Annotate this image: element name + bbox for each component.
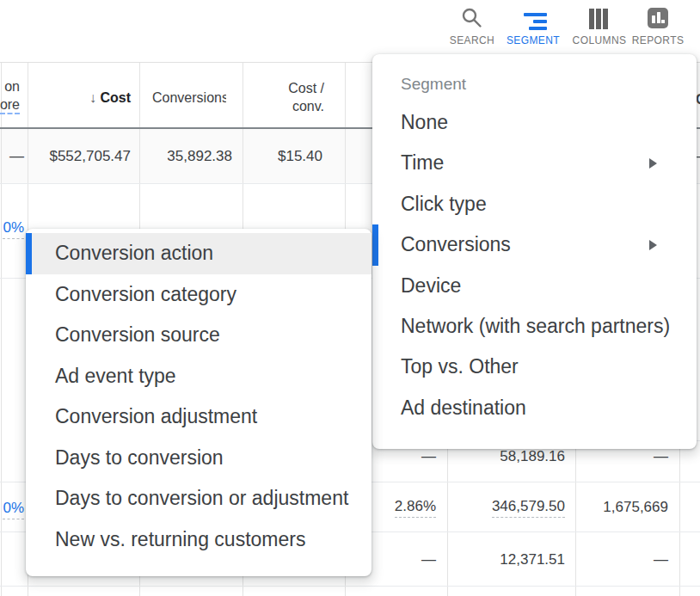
table-cell: — xyxy=(421,448,436,465)
submenu-item-ad-event-type[interactable]: Ad event type xyxy=(26,356,371,397)
optimization-score-link[interactable]: 0% xyxy=(3,219,24,237)
reports-button[interactable]: REPORTS xyxy=(628,3,688,50)
google-ads-screen: SEARCH SEGMENT COLUMNS REPORTS xyxy=(0,0,700,596)
reports-label: REPORTS xyxy=(628,34,688,46)
submenu-arrow-icon xyxy=(649,158,657,169)
submenu-item-conversion-category[interactable]: Conversion category xyxy=(26,274,371,316)
optimization-score-link[interactable]: 0% xyxy=(3,500,24,517)
table-cell: — xyxy=(654,448,668,465)
summary-cell-conversions: 35,892.38 xyxy=(167,148,232,165)
submenu-item-new-vs-returning-customers[interactable]: New vs. returning customers xyxy=(26,519,371,561)
submenu-arrow-icon xyxy=(649,240,657,250)
submenu-item-days-to-conversion-or-adjustment[interactable]: Days to conversion or adjustment xyxy=(26,478,371,519)
submenu-item-days-to-conversion[interactable]: Days to conversion xyxy=(26,438,371,479)
column-header-cost-per-conv[interactable]: Cost / conv. xyxy=(288,79,324,115)
column-header-conversions[interactable]: Conversions xyxy=(152,89,226,107)
table-cell: — xyxy=(421,551,436,568)
table-cell: 12,371.51 xyxy=(500,551,565,568)
segment-menu-item-device[interactable]: Device xyxy=(372,266,697,306)
table-cell: 58,189.16 xyxy=(500,448,565,465)
table-cell-metric[interactable]: 346,579.50 xyxy=(492,498,565,515)
grid-line xyxy=(1,62,2,596)
conversions-submenu: Conversion action Conversion category Co… xyxy=(26,229,371,576)
highlighted-item-indicator xyxy=(26,233,32,274)
active-item-indicator xyxy=(372,224,378,265)
summary-cell: — xyxy=(9,148,24,165)
segment-menu-item-top-vs-other[interactable]: Top vs. Other xyxy=(372,347,697,387)
segment-menu-item-network[interactable]: Network (with search partners) xyxy=(372,306,697,347)
segment-menu-item-conversions[interactable]: Conversions xyxy=(372,224,697,265)
segment-menu-item-none[interactable]: None xyxy=(372,102,697,143)
submenu-item-conversion-source[interactable]: Conversion source xyxy=(26,315,371,356)
columns-icon xyxy=(569,5,629,31)
table-cell: — xyxy=(654,551,668,568)
columns-button[interactable]: COLUMNS xyxy=(569,3,629,50)
segment-menu-item-time[interactable]: Time xyxy=(372,143,697,183)
summary-cell-cost-per-conv: $15.40 xyxy=(278,148,322,165)
submenu-item-conversion-adjustment[interactable]: Conversion adjustment xyxy=(26,396,371,438)
segment-menu: Segment None Time Click type Conversions… xyxy=(372,54,697,449)
grid-line xyxy=(0,586,700,587)
segment-menu-item-ad-destination[interactable]: Ad destination xyxy=(372,388,697,428)
reports-icon xyxy=(628,5,688,31)
search-button[interactable]: SEARCH xyxy=(442,3,502,50)
summary-cell-cost: $552,705.47 xyxy=(49,148,131,165)
segment-menu-item-click-type[interactable]: Click type xyxy=(372,184,697,224)
segment-button[interactable]: SEGMENT xyxy=(503,3,563,50)
sort-descending-icon: ↓ xyxy=(89,90,96,105)
column-header-cost[interactable]: ↓ Cost xyxy=(89,89,131,107)
table-cell-metric[interactable]: 2.86% xyxy=(395,498,436,515)
segment-label: SEGMENT xyxy=(503,34,563,46)
search-label: SEARCH xyxy=(442,34,502,46)
columns-label: COLUMNS xyxy=(569,34,629,46)
segment-menu-title: Segment xyxy=(372,66,697,102)
search-icon xyxy=(442,5,502,31)
submenu-item-conversion-action[interactable]: Conversion action xyxy=(26,233,371,274)
column-header-clipped[interactable]: on ore xyxy=(0,77,20,114)
segment-icon xyxy=(503,5,563,31)
table-cell: 1,675,669 xyxy=(603,499,668,516)
